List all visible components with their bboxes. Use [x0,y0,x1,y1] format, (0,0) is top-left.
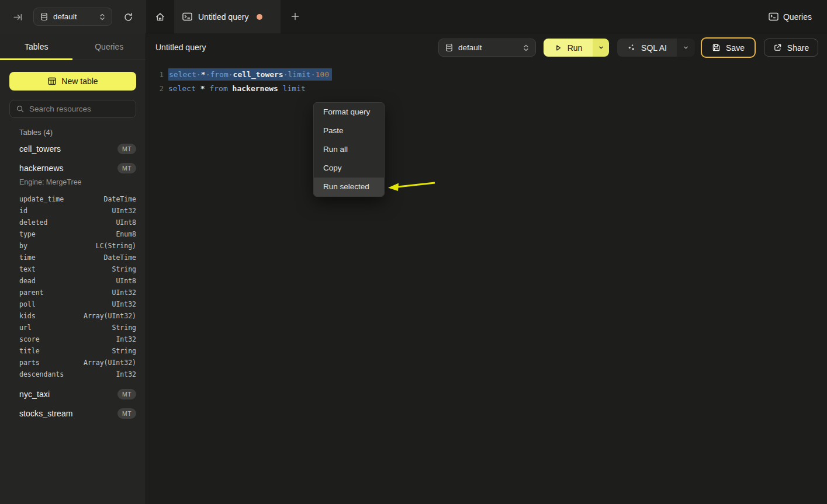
table-name: cell_towers [19,144,117,154]
new-table-label: New table [61,77,98,86]
run-button[interactable]: Run [544,39,609,57]
column-row[interactable]: kidsArray(UInt32) [0,310,146,322]
tab-label: Untitled query [198,12,248,22]
topbar-queries-button[interactable]: Queries [769,0,812,33]
query-header: Untitled query default [146,33,827,61]
query-pane: Untitled query default [146,33,827,504]
table-row-cell-towers[interactable]: cell_towers MT [0,140,146,158]
column-name: parts [19,359,84,367]
search-box [9,100,136,118]
sidebar-tab-queries[interactable]: Queries [73,33,146,60]
column-row[interactable]: byLC(String) [0,240,146,252]
collapse-sidebar-icon [13,12,23,22]
table-row-hackernews[interactable]: hackernews MT [0,159,146,178]
column-type: UInt32 [112,207,136,215]
column-name: type [19,230,116,238]
column-row[interactable]: partsArray(UInt32) [0,357,146,369]
menu-item-run-all[interactable]: Run all [314,140,384,159]
menu-item-run-selected[interactable]: Run selected [314,178,384,196]
editor-line-2[interactable]: 2 select * from hackernews limit [146,81,306,95]
search-icon [16,105,25,113]
column-row[interactable]: idUInt32 [0,205,146,217]
sidebar-tab-tables[interactable]: Tables [0,33,73,60]
query-title: Untitled query [155,33,206,61]
column-type: Enum8 [116,230,136,238]
annotation-arrow [386,178,440,193]
save-icon [712,43,721,52]
topbar-database-value: default [53,12,99,21]
column-name: url [19,324,112,332]
column-name: kids [19,312,84,320]
chevron-down-icon [598,44,604,51]
column-row[interactable]: update_timeDateTime [0,193,146,205]
sql-text: select * from hackernews limit [168,84,306,93]
database-icon [445,43,454,52]
column-row[interactable]: urlString [0,322,146,333]
topbar-database-selector[interactable]: default [33,8,112,26]
database-icon [40,12,49,21]
menu-item-copy[interactable]: Copy [314,159,384,178]
table-row-stocks-stream[interactable]: stocks_stream MT [0,404,146,423]
home-icon [155,12,165,22]
column-row[interactable]: pollUInt32 [0,298,146,310]
column-row[interactable]: typeEnum8 [0,228,146,240]
play-icon [554,44,562,52]
active-tab-underline [0,58,72,60]
search-input[interactable] [29,105,133,113]
column-row[interactable]: parentUInt32 [0,287,146,298]
column-name: dead [19,277,116,285]
save-label: Save [726,43,745,53]
sql-ai-button[interactable]: SQL AI [617,39,695,57]
home-tab-button[interactable] [150,0,171,33]
selected-sql-text: select·*·from·cell_towers·limit·100 [168,68,332,81]
sql-editor[interactable]: 1 select·*·from·cell_towers·limit·100 2 … [146,61,827,504]
column-row[interactable]: textString [0,263,146,275]
refresh-icon [123,12,133,22]
table-name: stocks_stream [19,409,117,418]
tab-untitled-query[interactable]: Untitled query [174,0,281,33]
sql-ai-main[interactable]: SQL AI [617,39,677,57]
line-number: 2 [146,84,164,93]
column-row[interactable]: deletedUInt8 [0,217,146,228]
column-type: LC(String) [96,242,136,250]
column-type: Array(UInt32) [84,312,136,320]
share-icon [773,43,782,52]
column-row[interactable]: titleString [0,345,146,357]
column-name: deleted [19,218,116,227]
column-name: descendants [19,370,116,378]
collapse-sidebar-button[interactable] [8,8,27,26]
column-type: UInt32 [112,289,136,297]
save-button[interactable]: Save [701,37,756,58]
table-row-nyc-taxi[interactable]: nyc_taxi MT [0,385,146,404]
column-name: text [19,265,112,273]
column-name: poll [19,300,112,308]
run-button-main[interactable]: Run [544,39,593,57]
column-type: String [112,324,136,332]
line-number: 1 [146,70,164,79]
query-database-selector[interactable]: default [438,39,536,57]
column-type: UInt8 [116,277,136,285]
queries-label: Queries [783,12,812,22]
editor-line-1[interactable]: 1 select·*·from·cell_towers·limit·100 [146,67,332,81]
terminal-icon [182,12,192,21]
column-type: UInt8 [116,218,136,227]
run-dropdown[interactable] [593,39,609,57]
new-tab-button[interactable] [286,7,304,26]
column-name: parent [19,289,112,297]
column-list: update_timeDateTime idUInt32 deletedUInt… [0,193,146,380]
column-row[interactable]: deadUInt8 [0,275,146,287]
new-table-button[interactable]: New table [9,72,136,91]
share-button[interactable]: Share [764,39,818,57]
column-row[interactable]: descendantsInt32 [0,369,146,380]
chevron-updown-icon [523,44,530,52]
engine-detail: Engine: MergeTree [19,178,82,186]
column-row[interactable]: scoreInt32 [0,333,146,345]
engine-badge: MT [117,163,136,173]
engine-badge: MT [117,144,136,154]
menu-item-format-query[interactable]: Format query [314,103,384,121]
refresh-button[interactable] [119,8,137,26]
plus-icon [290,12,300,21]
menu-item-paste[interactable]: Paste [314,121,384,140]
sql-ai-dropdown[interactable] [677,39,695,57]
column-row[interactable]: timeDateTime [0,252,146,263]
